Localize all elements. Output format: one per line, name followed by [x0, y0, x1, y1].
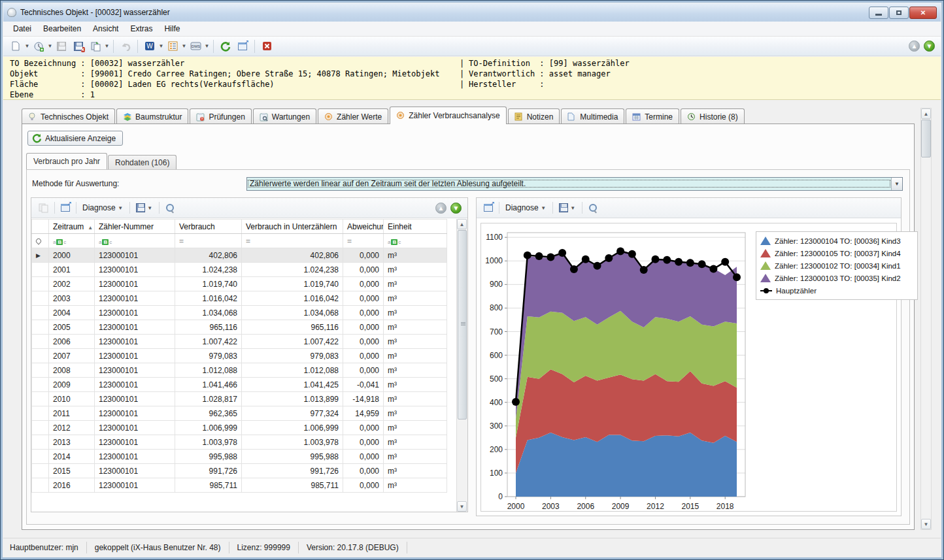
- grid-up-button[interactable]: ▲: [435, 203, 447, 214]
- svg-text:DMS: DMS: [191, 44, 199, 48]
- subtab-rohdaten-106-[interactable]: Rohdaten (106): [108, 155, 177, 169]
- undo-button[interactable]: [118, 39, 133, 54]
- column-header[interactable]: Verbrauch in Unterzählern: [242, 220, 343, 234]
- svg-text:2012: 2012: [647, 502, 664, 511]
- table-row[interactable]: 2016123000101985,711985,7110,000m³: [32, 478, 447, 493]
- page-scroll-up-icon[interactable]: ▲: [921, 108, 931, 119]
- table-row[interactable]: 20061230001011.007,4221.007,4220,000m³: [32, 335, 447, 349]
- table-row[interactable]: 2007123000101979,083979,0830,000m³: [32, 349, 447, 363]
- list-dropdown-arrow[interactable]: ▼: [181, 43, 187, 49]
- main-toolbar: ▼ ▼ x ▼ W ▼ ▼ DMS ▼ ▲: [3, 37, 941, 56]
- menu-datei[interactable]: Datei: [7, 22, 37, 35]
- detach-chart-icon[interactable]: [480, 201, 496, 215]
- table-scrollbar[interactable]: ▲ ▼: [456, 219, 467, 512]
- maximize-button[interactable]: [889, 7, 909, 19]
- refresh-button[interactable]: [218, 39, 233, 54]
- table-diagnose-button[interactable]: Diagnose ▼: [79, 201, 127, 215]
- minimize-button[interactable]: [869, 7, 888, 19]
- paste-dropdown-arrow[interactable]: ▼: [104, 43, 110, 49]
- nav-up-button[interactable]: ▲: [909, 41, 920, 52]
- grid-down-button[interactable]: ▼: [450, 203, 462, 214]
- tab-z-hler-verbrauchsanalyse[interactable]: Zähler Verbrauchsanalyse: [390, 107, 506, 124]
- refresh-display-label: Aktualisiere Anzeige: [45, 134, 116, 143]
- combo-dropdown-arrow[interactable]: ▼: [891, 178, 902, 190]
- filter-cell[interactable]: =: [343, 234, 384, 248]
- chart-diagnose-button[interactable]: Diagnose ▼: [502, 201, 550, 215]
- schedule-add-button[interactable]: [31, 39, 46, 54]
- table-row[interactable]: 20041230001011.034,0681.034,0680,000m³: [32, 306, 447, 320]
- close-button[interactable]: ✕: [909, 7, 937, 19]
- new-button[interactable]: [8, 39, 24, 54]
- tab-historie-8-[interactable]: Historie (8): [681, 108, 745, 124]
- table-row[interactable]: 2014123000101995,988995,9880,000m³: [32, 450, 447, 464]
- chart-search-icon[interactable]: [585, 201, 601, 215]
- method-combobox[interactable]: Zählerwerte werden linear auf den Zeitra…: [246, 177, 903, 191]
- save-button[interactable]: [54, 39, 69, 54]
- schedule-dropdown-arrow[interactable]: ▼: [47, 43, 53, 49]
- table-row[interactable]: 20091230001011.041,4661.041,425-0,041m³: [32, 378, 447, 392]
- tab-baumstruktur[interactable]: Baumstruktur: [116, 108, 188, 124]
- menu-ansicht[interactable]: Ansicht: [87, 22, 124, 35]
- nav-down-button[interactable]: ▼: [924, 41, 935, 52]
- object-info-panel: TO Bezeichnung : [00032] wasserzähler|TO…: [3, 57, 941, 100]
- page-scroll-down-icon[interactable]: ▼: [921, 519, 931, 529]
- tab-pr-fungen[interactable]: ?Prüfungen: [190, 108, 251, 124]
- scroll-down-icon[interactable]: ▼: [457, 501, 467, 512]
- column-header[interactable]: Zähler-Nummer: [95, 220, 175, 234]
- save-grid-icon[interactable]: ▼: [133, 201, 156, 215]
- table-row[interactable]: 2005123000101965,116965,1160,000m³: [32, 320, 447, 335]
- column-header[interactable]: Abweichung: [343, 220, 384, 234]
- new-dropdown-arrow[interactable]: ▼: [24, 43, 30, 49]
- table-row[interactable]: 20081230001011.012,0881.012,0880,000m³: [32, 363, 447, 378]
- refresh-display-button[interactable]: Aktualisiere Anzeige: [27, 131, 123, 146]
- dms-button[interactable]: DMS: [188, 39, 203, 54]
- filter-cell[interactable]: =: [242, 234, 343, 248]
- column-header[interactable]: Einheit: [384, 220, 447, 234]
- copy-icon[interactable]: [35, 201, 52, 215]
- table-row[interactable]: 20021230001011.019,7401.019,7400,000m³: [32, 277, 447, 291]
- table-row[interactable]: 2015123000101991,726991,7260,000m³: [32, 464, 447, 478]
- tab-wartungen[interactable]: Wartungen: [253, 108, 316, 124]
- table-row[interactable]: 20031230001011.016,0421.016,0420,000m³: [32, 291, 447, 306]
- save-chart-icon[interactable]: ▼: [556, 201, 579, 215]
- table-row[interactable]: 2011123000101962,365977,32414,959m³: [32, 406, 447, 421]
- workspace: Technisches ObjektBaumstruktur?Prüfungen…: [3, 100, 941, 535]
- tab-termine[interactable]: Termine: [626, 108, 679, 124]
- filter-cell[interactable]: aBc: [384, 234, 447, 248]
- tab-multimedia[interactable]: Multimedia: [561, 108, 624, 124]
- tab-technisches-objekt[interactable]: Technisches Objekt: [22, 108, 115, 124]
- table-row[interactable]: 20131230001011.003,9781.003,9780,000m³: [32, 435, 447, 450]
- word-dropdown-arrow[interactable]: ▼: [158, 43, 164, 49]
- table-row[interactable]: 20121230001011.006,9991.006,9990,000m³: [32, 421, 447, 435]
- filter-cell[interactable]: =: [175, 234, 242, 248]
- dms-dropdown-arrow[interactable]: ▼: [204, 43, 210, 49]
- scroll-up-icon[interactable]: ▲: [457, 219, 467, 229]
- triangle-marker-icon: [760, 249, 771, 257]
- copy-paste-button[interactable]: [88, 39, 103, 54]
- close-tab-button[interactable]: [259, 39, 275, 54]
- tab-z-hler-werte[interactable]: Zähler Werte: [318, 108, 388, 124]
- subtab-verbrauch-pro-jahr[interactable]: Verbrauch pro Jahr: [26, 153, 107, 169]
- detach-grid-icon[interactable]: [58, 201, 73, 215]
- menu-extras[interactable]: Extras: [124, 22, 158, 35]
- list-report-button[interactable]: [165, 39, 180, 54]
- menu-bearbeiten[interactable]: Bearbeiten: [37, 22, 87, 35]
- column-header[interactable]: Zeitraum▲: [49, 220, 95, 234]
- search-icon[interactable]: [162, 201, 178, 215]
- page-scrollbar[interactable]: ▲ ▼: [920, 108, 932, 530]
- filter-cell[interactable]: aBc: [49, 234, 95, 248]
- menu-hilfe[interactable]: Hilfe: [158, 22, 186, 35]
- filter-cell[interactable]: aBc: [95, 234, 175, 248]
- refresh-icon: [32, 133, 42, 143]
- word-export-button[interactable]: W: [142, 39, 158, 54]
- info-line: Fläche : [00002] Laden EG rechts(Verkauf…: [10, 79, 934, 90]
- table-row[interactable]: 20101230001011.028,8171.013,899-14,918m³: [32, 392, 447, 406]
- table-row[interactable]: ▶2000123000101402,806402,8060,000m³: [32, 248, 447, 263]
- tab-notizen[interactable]: Notizen: [508, 108, 560, 124]
- table-toolbar: Diagnose ▼ ▼ ▲ ▼: [31, 198, 467, 218]
- detach-window-button[interactable]: [235, 39, 250, 54]
- table-row[interactable]: 20011230001011.024,2381.024,2380,000m³: [32, 263, 447, 277]
- filter-pin-icon[interactable]: [35, 237, 42, 244]
- save-close-button[interactable]: x: [71, 39, 86, 54]
- column-header[interactable]: Verbrauch: [175, 220, 242, 234]
